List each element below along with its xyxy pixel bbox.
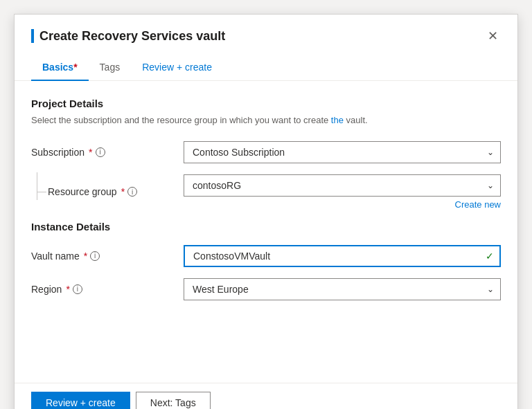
vault-name-required: * bbox=[84, 251, 87, 262]
resource-group-select[interactable]: contosoRG bbox=[184, 174, 501, 197]
dialog-title: Create Recovery Services vault bbox=[39, 29, 225, 44]
dialog-footer: Review + create Next: Tags bbox=[15, 383, 517, 409]
next-tags-button[interactable]: Next: Tags bbox=[136, 392, 211, 409]
region-row: Region * i West Europe ⌄ bbox=[31, 278, 501, 300]
resource-group-select-container: contosoRG ⌄ bbox=[184, 174, 501, 197]
tab-basics[interactable]: Basics* bbox=[31, 55, 89, 81]
close-icon: ✕ bbox=[488, 28, 498, 44]
create-vault-dialog: Create Recovery Services vault ✕ Basics*… bbox=[14, 14, 518, 409]
region-select[interactable]: West Europe bbox=[184, 278, 501, 300]
tabs-nav: Basics* Tags Review + create bbox=[15, 55, 517, 81]
vault-name-row: Vault name * i ✓ bbox=[31, 245, 501, 267]
region-info-icon[interactable]: i bbox=[73, 284, 82, 294]
dialog-header: Create Recovery Services vault ✕ bbox=[15, 15, 517, 55]
region-control: West Europe ⌄ bbox=[184, 278, 501, 300]
subscription-select-container: Contoso Subscription ⌄ bbox=[184, 141, 501, 163]
region-select-container: West Europe ⌄ bbox=[184, 278, 501, 300]
project-details-desc: Select the subscription and the resource… bbox=[31, 113, 501, 127]
project-details-title: Project Details bbox=[31, 98, 501, 109]
resource-group-control: contosoRG ⌄ Create new bbox=[184, 174, 501, 210]
close-button[interactable]: ✕ bbox=[485, 26, 501, 46]
region-label: Region * i bbox=[31, 284, 184, 295]
vault-name-label: Vault name * i bbox=[31, 251, 184, 262]
vault-name-input-container: ✓ bbox=[184, 245, 501, 267]
subscription-row: Subscription * i Contoso Subscription ⌄ bbox=[31, 141, 501, 163]
instance-details-section: Instance Details Vault name * i ✓ bbox=[31, 221, 501, 300]
resource-group-required: * bbox=[121, 186, 125, 197]
subscription-control: Contoso Subscription ⌄ bbox=[184, 141, 501, 163]
basics-asterisk: * bbox=[73, 62, 77, 73]
vault-name-info-icon[interactable]: i bbox=[90, 251, 100, 261]
create-new-link[interactable]: Create new bbox=[184, 199, 501, 210]
resource-group-info-icon[interactable]: i bbox=[127, 187, 137, 197]
subscription-select[interactable]: Contoso Subscription bbox=[184, 141, 501, 163]
vault-name-control: ✓ bbox=[184, 245, 501, 267]
tab-review-create[interactable]: Review + create bbox=[131, 55, 223, 81]
instance-details-title: Instance Details bbox=[31, 221, 501, 233]
resource-group-row: Resource group * i contosoRG ⌄ Create ne… bbox=[31, 174, 501, 210]
tab-tags[interactable]: Tags bbox=[89, 55, 132, 81]
resource-group-label: Resource group * i bbox=[31, 186, 184, 197]
subscription-info-icon[interactable]: i bbox=[96, 147, 105, 157]
region-required: * bbox=[66, 284, 69, 295]
subscription-label: Subscription * i bbox=[31, 147, 184, 158]
vault-name-input[interactable] bbox=[184, 245, 501, 267]
project-details-section: Project Details Select the subscription … bbox=[31, 98, 501, 210]
review-create-button[interactable]: Review + create bbox=[31, 392, 130, 409]
subscription-required: * bbox=[89, 147, 92, 158]
blue-accent-icon bbox=[31, 29, 34, 43]
dialog-content: Project Details Select the subscription … bbox=[15, 81, 517, 383]
